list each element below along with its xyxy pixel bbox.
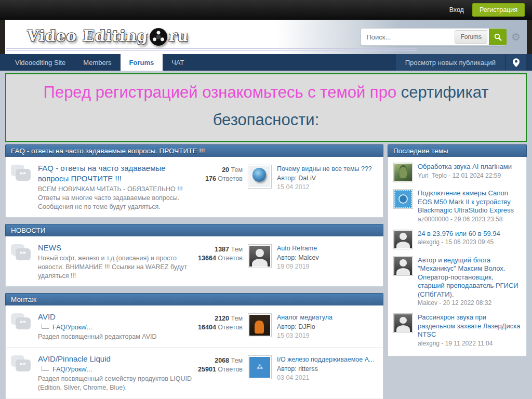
tab-members[interactable]: Members [74, 54, 120, 71]
latest-topic-item: Обработка звука AI плагінами Yuri_Teplo … [393, 163, 521, 182]
last-post-link[interactable]: I/O железо поддерживаемое A... [277, 355, 378, 365]
content: Перед регистрацией ознакомьтесь с темой … [0, 71, 532, 399]
logo-text: Video Editing [26, 27, 149, 45]
forum-bubbles-icon: ❝❞ [11, 313, 33, 335]
forum-list: FAQ - ответы на часто задаваемые вопросы… [5, 144, 383, 399]
subforum-link[interactable]: FAQ/Уроки/... [52, 324, 92, 331]
topic-text: Подключение камеры Canon EOS M50 Mark II… [418, 189, 521, 223]
last-post-author: Автор: DJFio [277, 323, 378, 332]
nav-right: Просмотр новых публикаций [396, 54, 526, 71]
last-post-author: Автор: Malcev [277, 254, 378, 263]
topic-text: 24 в 23.976 или 60 в 59.94 alexgrig - 15… [418, 230, 500, 249]
topic-text: Обработка звука AI плагінами Yuri_Teplo … [418, 163, 512, 182]
forum-stats: 20 Тем 176 Ответов [198, 163, 243, 211]
forum-link[interactable]: AVID [38, 312, 56, 322]
search-area: Forums ⚙ [361, 28, 521, 46]
topic-link[interactable]: Автор и ведущий блога "Механикус" Максим… [418, 256, 521, 299]
forum-main: AVID/Pinnacle Liquid FAQ/Уроки/... Разде… [38, 353, 193, 392]
last-post-date: 15 03 2019 [277, 331, 378, 341]
topic-text: Автор и ведущий блога "Механикус" Максим… [418, 256, 521, 307]
forum-category: НОВОСТИ ❝❞ NEWS Новый софт, железо и т.д… [5, 224, 383, 287]
search-icon [494, 33, 502, 41]
avatar [394, 164, 412, 181]
forum-stats: 2120 Тем 16404 Ответов [198, 311, 243, 341]
forum-link[interactable]: NEWS [38, 243, 61, 253]
forum-description: Раздел посвященный редакторам AVID [38, 332, 193, 341]
last-post-link[interactable]: Auto Reframe [277, 244, 378, 254]
topic-link[interactable]: Рассинхрон звука при раздельном захвате … [418, 313, 521, 339]
avatar [394, 257, 412, 275]
category-body: ❝❞ FAQ - ответы на часто задаваемые вопр… [5, 157, 383, 218]
forum-main: FAQ - ответы на часто задаваемые вопросы… [38, 163, 193, 211]
topic-link[interactable]: 24 в 23.976 или 60 в 59.94 [418, 230, 500, 238]
site-logo[interactable]: Video Editing ru [27, 26, 189, 46]
search-button[interactable] [489, 29, 507, 45]
topic-meta: alexgrig - 15 06 2023 09:45 [418, 238, 500, 246]
topic-link[interactable]: Подключение камеры Canon EOS M50 Mark II… [418, 189, 521, 215]
forum-stats: 2068 Тем 25901 Ответов [198, 353, 243, 392]
forum-description: ВСЕМ НОВИЧКАМ ЧИТАТЬ - ОБЯЗАТЕЛЬНО !!! О… [38, 185, 193, 211]
gear-icon[interactable]: ⚙ [511, 32, 521, 42]
login-link[interactable]: Вход [449, 6, 464, 14]
category-header[interactable]: Монтаж [5, 293, 383, 305]
search-scope-button[interactable]: Forums [455, 30, 487, 44]
avatar [249, 166, 270, 187]
register-button[interactable]: Регистрация [472, 3, 525, 17]
topic-meta: Yuri_Teplo - 12 01 2024 22:59 [418, 172, 512, 179]
logo-reel-icon [150, 28, 167, 46]
subforum-row: FAQ/Уроки/... [42, 366, 193, 373]
tab-chat[interactable]: ЧАТ [163, 54, 193, 71]
search-input[interactable] [361, 33, 455, 41]
forum-row: ❝❞ AVID/Pinnacle Liquid FAQ/Уроки/... Ра… [6, 347, 383, 398]
tab-videoediting-site[interactable]: Videoediting Site [6, 54, 74, 71]
subforum-link[interactable]: FAQ/Уроки/... [52, 366, 92, 373]
topic-avatar[interactable] [393, 230, 413, 249]
forum-row: ❝❞ FAQ - ответы на часто задаваемые вопр… [6, 157, 383, 217]
forum-main: AVID FAQ/Уроки/... Раздел посвященный ре… [38, 311, 193, 341]
avatar [394, 231, 412, 248]
top-bar: Вход Регистрация [0, 0, 532, 20]
topic-avatar[interactable] [393, 163, 413, 182]
forum-description: Новый софт, железо и т.д (описания) и пр… [38, 254, 193, 281]
last-post-link[interactable]: Почему видны не все темы ??? [277, 165, 378, 174]
tab-forums[interactable]: Forums [121, 54, 163, 71]
subforum-row: FAQ/Уроки/... [42, 324, 193, 331]
forum-bubbles-icon: ❝❞ [11, 244, 33, 265]
forum-link[interactable]: FAQ - ответы на часто задаваемые вопросы… [38, 163, 193, 184]
last-post-avatar[interactable] [248, 244, 272, 268]
last-post: I/O железо поддерживаемое A... Автор: ri… [277, 353, 378, 392]
category-body: ❝❞ AVID FAQ/Уроки/... Раздел посвященный… [5, 305, 383, 399]
site-header: Video Editing ru Forums ⚙ [0, 20, 532, 54]
location-pin-button[interactable] [506, 54, 526, 71]
topic-link[interactable]: Обработка звука AI плагінами [418, 163, 512, 171]
forum-category: Монтаж ❝❞ AVID FAQ/Уроки/... Раздел посв… [5, 293, 383, 399]
last-post-avatar[interactable] [248, 165, 272, 189]
announcement-text: Перед регистрацией ознакомьтесь с темой … [44, 83, 401, 101]
topic-avatar[interactable] [393, 189, 413, 209]
topic-avatar[interactable] [393, 256, 413, 276]
forum-link[interactable]: AVID/Pinnacle Liquid [38, 354, 111, 364]
view-new-content-link[interactable]: Просмотр новых публикаций [396, 54, 505, 71]
topic-avatar[interactable] [393, 313, 413, 333]
sidebar: Последние темы Обработка звука AI плагін… [388, 144, 527, 356]
main-nav: Videoediting Site Members Forums ЧАТ Про… [0, 54, 532, 71]
forum-category: FAQ - ответы на часто задаваемые вопросы… [5, 144, 383, 218]
last-post: Аналог медиатула Автор: DJFio 15 03 2019 [277, 311, 378, 341]
latest-topic-item: Рассинхрон звука при раздельном захвате … [393, 313, 521, 347]
latest-topics-list: Обработка звука AI плагінами Yuri_Teplo … [388, 157, 527, 356]
avatar [249, 246, 270, 267]
topic-meta: Malcev - 20 12 2022 08:32 [418, 299, 521, 307]
topic-meta: az0000000 - 29 06 2023 23:58 [418, 216, 521, 223]
last-post-date: 19 09 2019 [277, 262, 378, 272]
last-post-avatar[interactable] [248, 313, 272, 337]
category-header[interactable]: FAQ - ответы на часто задаваемые вопросы… [5, 144, 383, 157]
logo-suffix: ru [168, 27, 190, 45]
announcement-banner: Перед регистрацией ознакомьтесь с темой … [5, 73, 527, 142]
last-post-link[interactable]: Аналог медиатула [277, 313, 378, 323]
forum-bubbles-icon: ❝❞ [11, 355, 33, 377]
category-header[interactable]: НОВОСТИ [5, 224, 383, 236]
last-post-author: Автор: DaLiV [277, 174, 378, 183]
latest-topic-item: Автор и ведущий блога "Механикус" Максим… [393, 256, 521, 307]
last-post-avatar[interactable] [248, 355, 272, 379]
topic-text: Рассинхрон звука при раздельном захвате … [418, 313, 521, 347]
